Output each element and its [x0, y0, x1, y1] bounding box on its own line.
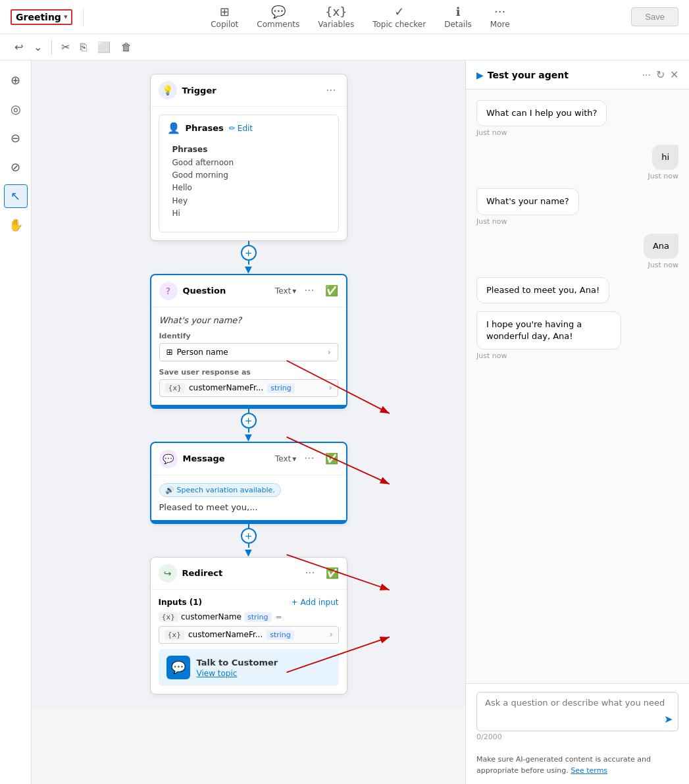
var-chevron-icon: ›: [329, 383, 332, 392]
nav-item-details[interactable]: ℹ Details: [436, 2, 480, 32]
panel-actions: ··· ↻ ✕: [642, 68, 678, 81]
message-node-icon: 💬: [159, 450, 178, 468]
add-node-button-2[interactable]: +: [241, 413, 257, 429]
question-node-outer: ? Question Text ▾ ··· ✅ What's your name…: [150, 274, 347, 409]
connector-arrow-2: ▼: [245, 432, 252, 442]
panel-more-button[interactable]: ···: [642, 68, 651, 81]
panel-title: ▶ Test your agent: [476, 70, 637, 80]
top-nav: Greeting ▾ ⊞ Copilot 💬 Comments {x} Vari…: [0, 0, 689, 34]
trigger-menu-button[interactable]: ···: [323, 84, 338, 97]
talk-to-customer-section: 💬 Talk to Customer View topic: [159, 649, 339, 686]
save-response-label: Save user response as: [159, 368, 338, 377]
details-icon: ℹ: [456, 5, 461, 18]
var-x-tag: {x}: [165, 383, 186, 393]
add-input-button[interactable]: + Add input: [292, 598, 339, 607]
question-icon: ?: [159, 282, 178, 300]
chat-group-4: Pleased to meet you, Ana!: [476, 277, 678, 303]
nav-details-label: Details: [444, 20, 472, 29]
chat-bubble-4: Pleased to meet you, Ana!: [476, 277, 609, 303]
nav-item-variables[interactable]: {x} Variables: [310, 2, 362, 32]
ai-disclaimer: Make sure AI-generated content is accura…: [466, 749, 689, 784]
undo-button[interactable]: ↩: [11, 38, 27, 56]
phrase-hey: Hey: [172, 195, 325, 207]
pan-button[interactable]: ✋: [4, 213, 28, 237]
chat-input-box[interactable]: ➤: [476, 692, 678, 731]
input-source-pill[interactable]: {x} customerNameFr... string ›: [159, 626, 339, 644]
var-pill[interactable]: {x} customerNameFr... string ›: [159, 379, 338, 397]
redirect-menu-button[interactable]: ···: [302, 567, 317, 579]
redirect-node[interactable]: ↪ Redirect ··· ✅ Inputs (1) +: [150, 557, 347, 694]
chat-input[interactable]: [485, 698, 670, 718]
trigger-body: 👤 Phrases ✏ Edit Phrases Good afternoon …: [151, 107, 347, 240]
trigger-node-outer: 💡 Trigger ··· 👤 Phrases ✏ Edit: [150, 74, 347, 241]
message-text: Pleased to meet you,...: [159, 502, 338, 512]
message-node[interactable]: 💬 Message Text ▾ ··· ✅ 🔊: [150, 442, 347, 524]
view-topic-link[interactable]: View topic: [197, 669, 278, 678]
chat-time-1: Just now: [648, 172, 678, 180]
phrase-good-morning: Good morning: [172, 169, 325, 182]
message-bottom-border: [151, 520, 346, 523]
panel-close-button[interactable]: ✕: [670, 68, 678, 81]
panel-refresh-button[interactable]: ↻: [656, 68, 665, 81]
add-node-button-3[interactable]: +: [241, 528, 257, 544]
save-button[interactable]: Save: [631, 7, 678, 26]
nav-item-more[interactable]: ··· More: [482, 2, 518, 32]
copy-button[interactable]: ⎘: [76, 39, 91, 56]
chat-bubble-1: hi: [652, 145, 678, 170]
identify-value-text: Person name: [177, 348, 228, 357]
connector-arrow-3: ▼: [245, 548, 252, 557]
delete-button[interactable]: 🗑: [117, 39, 136, 56]
message-menu-button[interactable]: ···: [301, 452, 317, 465]
question-check-icon: ✅: [325, 284, 338, 297]
question-node[interactable]: ? Question Text ▾ ··· ✅ What's your name…: [150, 274, 347, 409]
topic-name[interactable]: Greeting ▾: [11, 9, 72, 25]
var-name: customerNameFr...: [189, 383, 263, 392]
edit-link[interactable]: ✏ Edit: [229, 124, 253, 133]
zoom-in-button[interactable]: ⊕: [4, 68, 28, 92]
identify-section: Identify ⊞ Person name ›: [159, 332, 338, 361]
paste-button[interactable]: ⬜: [93, 38, 115, 56]
inputs-header: Inputs (1) + Add input: [159, 598, 339, 607]
chat-time-5: Just now: [476, 352, 507, 360]
canvas[interactable]: 💡 Trigger ··· 👤 Phrases ✏ Edit: [32, 61, 465, 708]
question-type[interactable]: Text ▾: [275, 286, 296, 296]
message-check-icon: ✅: [325, 452, 338, 465]
nav-item-copilot[interactable]: ⊞ Copilot: [203, 2, 246, 32]
message-title: Message: [183, 454, 270, 463]
add-node-button-1[interactable]: +: [241, 245, 257, 261]
fit-view-button[interactable]: ◎: [4, 97, 28, 121]
nav-item-topic-checker[interactable]: ✓ Topic checker: [365, 2, 434, 32]
cut-button[interactable]: ✂: [57, 38, 74, 56]
char-count: 0/2000: [476, 733, 678, 741]
message-node-outer: 💬 Message Text ▾ ··· ✅ 🔊: [150, 442, 347, 524]
minimap-button[interactable]: ⊘: [4, 155, 28, 179]
copilot-icon: ⊞: [220, 5, 230, 18]
trigger-node[interactable]: 💡 Trigger ··· 👤 Phrases ✏ Edit: [150, 74, 347, 241]
question-menu-button[interactable]: ···: [301, 284, 317, 297]
canvas-content: 💡 Trigger ··· 👤 Phrases ✏ Edit: [45, 74, 452, 694]
send-button[interactable]: ➤: [664, 713, 673, 725]
main-layout: ⊕ ◎ ⊖ ⊘ ↖ ✋ 💡 Trigger ···: [0, 61, 689, 784]
var-type-tag: string: [267, 383, 295, 393]
zoom-out-button[interactable]: ⊖: [4, 126, 28, 150]
see-terms-link[interactable]: See terms: [571, 766, 607, 775]
select-button[interactable]: ↖: [4, 184, 28, 208]
question-text: What's your name?: [159, 315, 338, 325]
message-type[interactable]: Text ▾: [275, 454, 296, 463]
topic-name-label: Greeting: [16, 12, 61, 22]
chat-bubble-0: What can I help you with?: [476, 100, 607, 126]
topic-chevron-icon: ▾: [64, 13, 68, 21]
trigger-icon: 💡: [159, 81, 177, 99]
redo-button[interactable]: ⌄: [30, 38, 46, 56]
identify-value-row[interactable]: ⊞ Person name ›: [159, 343, 338, 361]
phrases-section: 👤 Phrases ✏ Edit Phrases Good afternoon …: [159, 115, 339, 232]
question-node-container: ? Question Text ▾ ··· ✅ What's your name…: [143, 274, 354, 409]
nav-variables-label: Variables: [318, 20, 354, 29]
talk-icon: 💬: [166, 656, 190, 679]
toolbar: ↩ ⌄ ✂ ⎘ ⬜ 🗑: [0, 34, 689, 61]
nav-item-comments[interactable]: 💬 Comments: [249, 2, 307, 32]
input-row: {x} customerName string =: [159, 612, 339, 622]
chat-bubble-2: What's your name?: [476, 188, 579, 215]
question-title: Question: [183, 286, 270, 296]
phrases-title: Phrases: [186, 123, 224, 133]
